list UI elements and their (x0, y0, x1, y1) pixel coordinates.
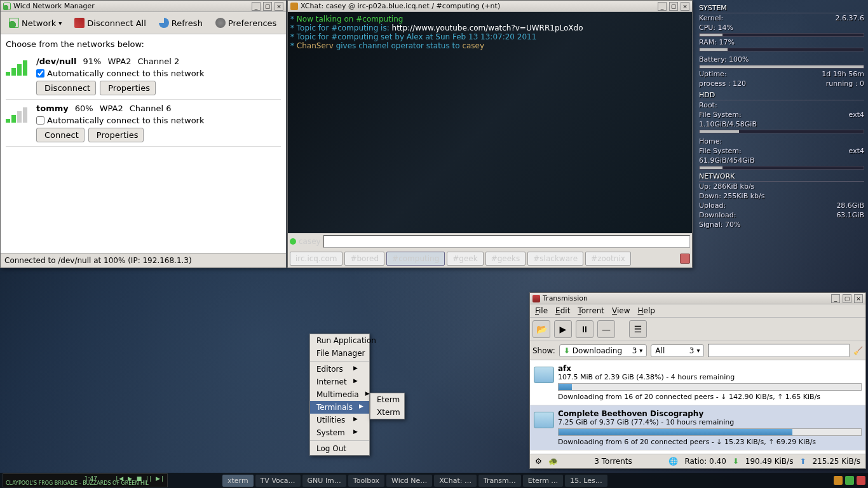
channel-tab[interactable]: #geeks (485, 252, 526, 266)
maximize-button[interactable]: ▢ (669, 2, 678, 11)
torrent-list[interactable]: afx107.5 MiB of 2.39 GiB (4.38%) - 4 hou… (530, 360, 865, 454)
taskbar: 1:47 |◀ ▶ ■ || ▶| CLAYPOOL'S FROG BRIGAD… (0, 473, 868, 488)
menu-item-multimedia[interactable]: Multimedia▶ (310, 388, 369, 401)
taskbar-task[interactable]: 15. Les… (565, 475, 607, 487)
menu-item-system[interactable]: System▶ (310, 426, 369, 439)
taskbar-task[interactable]: xterm (222, 475, 254, 487)
message-input[interactable] (323, 235, 690, 248)
filter-tracker-dropdown[interactable]: All 3▾ (651, 344, 704, 357)
wicd-window: Wicd Network Manager _ ▢ × Network▾ Disc… (0, 0, 287, 268)
properties-button[interactable]: ☰ (629, 320, 647, 338)
menu-item-internet[interactable]: Internet▶ (310, 376, 369, 388)
xchat-input-bar: casey (288, 233, 692, 250)
taskbar-task[interactable]: Eterm … (523, 475, 564, 487)
filter-search-input[interactable] (708, 344, 850, 357)
status-dot-icon (290, 238, 296, 245)
clear-icon[interactable]: 🧹 (853, 346, 863, 355)
conky-hdd-h: HDD (699, 91, 864, 100)
menu-edit[interactable]: Edit (555, 306, 570, 315)
menu-item-editors[interactable]: Editors▶ (310, 363, 369, 376)
network-button[interactable]: Network▾ (3, 15, 67, 31)
disconnect-icon (74, 18, 85, 28)
channel-tab[interactable]: #computing (386, 252, 445, 266)
transmission-toolbar: 📂 ▶ ⏸ — ☰ (530, 318, 865, 341)
network-item[interactable]: tommy60%WPA2Channel 6 Automatically conn… (6, 100, 281, 147)
start-button[interactable]: ▶ (554, 320, 572, 338)
stats-icon[interactable]: 🌐 (668, 457, 678, 466)
close-button[interactable]: × (854, 294, 863, 303)
taskbar-task[interactable]: Wicd Ne… (386, 475, 432, 487)
open-button[interactable]: 📂 (532, 320, 550, 338)
channel-tab[interactable]: irc.icq.com (290, 252, 342, 266)
xchat-tabs: irc.icq.com#bored#computing#geek#geeks#s… (288, 250, 692, 268)
xchat-log[interactable]: * Now talking on #computing * Topic for … (288, 12, 692, 233)
channel-tab[interactable]: #bored (344, 252, 384, 266)
close-button[interactable]: × (275, 2, 283, 11)
network-item[interactable]: /dev/null91%WPA2Channel 2 Automatically … (6, 53, 281, 100)
menu-view[interactable]: View (612, 306, 630, 315)
minimize-button[interactable]: _ (658, 2, 667, 11)
taskbar-task[interactable]: GNU Im… (302, 475, 346, 487)
progress-bar (558, 428, 862, 436)
disconnect-button[interactable]: Disconnect (36, 81, 96, 95)
wicd-titlebar[interactable]: Wicd Network Manager _ ▢ × (1, 1, 286, 12)
wicd-network-list: Choose from the networks below: /dev/nul… (1, 34, 286, 253)
xchat-window: XChat: casey @ irc-p02a.blue.icq.net / #… (287, 0, 693, 268)
torrent-row[interactable]: Complete Beethoven Discography7.25 GiB o… (530, 405, 865, 451)
tray-wicd-icon[interactable] (845, 476, 854, 485)
taskbar-task[interactable]: TV Voca… (255, 475, 301, 487)
auto-connect-checkbox[interactable]: Automatically connect to this network (36, 116, 281, 125)
channel-tab[interactable]: #zootnix (585, 252, 631, 266)
folder-icon (534, 412, 554, 428)
wifi-icon (9, 18, 19, 28)
filter-mode-dropdown[interactable]: ⬇Downloading 3▾ (559, 344, 648, 357)
tray-xchat-icon[interactable] (834, 476, 843, 485)
turtle-icon[interactable]: 🐢 (548, 457, 558, 466)
menu-item-xterm[interactable]: Xterm (370, 406, 404, 419)
signal-icon (6, 107, 31, 123)
torrent-row[interactable]: afx107.5 MiB of 2.39 GiB (4.38%) - 4 hou… (530, 360, 865, 405)
menu-torrent[interactable]: Torrent (578, 306, 604, 315)
audio-player[interactable]: 1:47 |◀ ▶ ■ || ▶| CLAYPOOL'S FROG BRIGAD… (3, 473, 168, 487)
minimize-button[interactable]: _ (252, 2, 261, 11)
close-button[interactable]: × (681, 2, 689, 11)
preferences-button[interactable]: Preferences (210, 15, 282, 31)
channel-tab[interactable]: #geek (447, 252, 483, 266)
remove-button[interactable]: — (597, 320, 615, 338)
folder-icon (534, 367, 554, 383)
xchat-titlebar[interactable]: XChat: casey @ irc-p02a.blue.icq.net / #… (288, 1, 692, 12)
menu-item-log-out[interactable]: Log Out (310, 442, 369, 455)
taskbar-task[interactable]: XChat: … (434, 475, 477, 487)
conky-net-h: NETWORK (699, 172, 864, 182)
auto-connect-checkbox[interactable]: Automatically connect to this network (36, 69, 281, 78)
menu-item-eterm[interactable]: Eterm (370, 393, 404, 406)
refresh-button[interactable]: Refresh (153, 15, 208, 31)
maximize-button[interactable]: ▢ (843, 294, 851, 303)
nick-label[interactable]: casey (299, 237, 321, 246)
menu-item-file-manager[interactable]: File Manager (310, 347, 369, 360)
pause-button[interactable]: ⏸ (576, 320, 593, 338)
transmission-titlebar[interactable]: Transmission _ ▢ × (530, 293, 865, 304)
close-tab-button[interactable] (680, 254, 690, 264)
menu-help[interactable]: Help (638, 306, 655, 315)
transmission-statusbar: ⚙ 🐢 3 Torrents 🌐 Ratio: 0.40 ⬇190.49 KiB… (530, 454, 865, 468)
connect-button[interactable]: Connect (36, 128, 85, 142)
menu-file[interactable]: File (535, 306, 548, 315)
menu-item-terminals[interactable]: Terminals▶ (310, 401, 369, 414)
properties-button[interactable]: Properties (88, 128, 144, 142)
tray-transmission-icon[interactable] (857, 476, 865, 485)
desktop-context-menu: Run ApplicationFile ManagerEditors▶Inter… (309, 334, 370, 456)
wifi-icon (3, 3, 11, 10)
settings-icon[interactable]: ⚙ (535, 457, 542, 466)
taskbar-task[interactable]: Transm… (478, 475, 521, 487)
properties-button[interactable]: Properties (100, 81, 156, 95)
transmission-menubar: File Edit Torrent View Help (530, 304, 865, 318)
minimize-button[interactable]: _ (831, 294, 840, 303)
taskbar-task[interactable]: Toolbox (348, 475, 384, 487)
maximize-button[interactable]: ▢ (263, 2, 272, 11)
channel-tab[interactable]: #slackware (527, 252, 583, 266)
menu-item-utilities[interactable]: Utilities▶ (310, 414, 369, 426)
disconnect-all-button[interactable]: Disconnect All (69, 15, 151, 31)
conky-system-h: SYSTEM (699, 4, 864, 13)
menu-item-run-application[interactable]: Run Application (310, 334, 369, 347)
